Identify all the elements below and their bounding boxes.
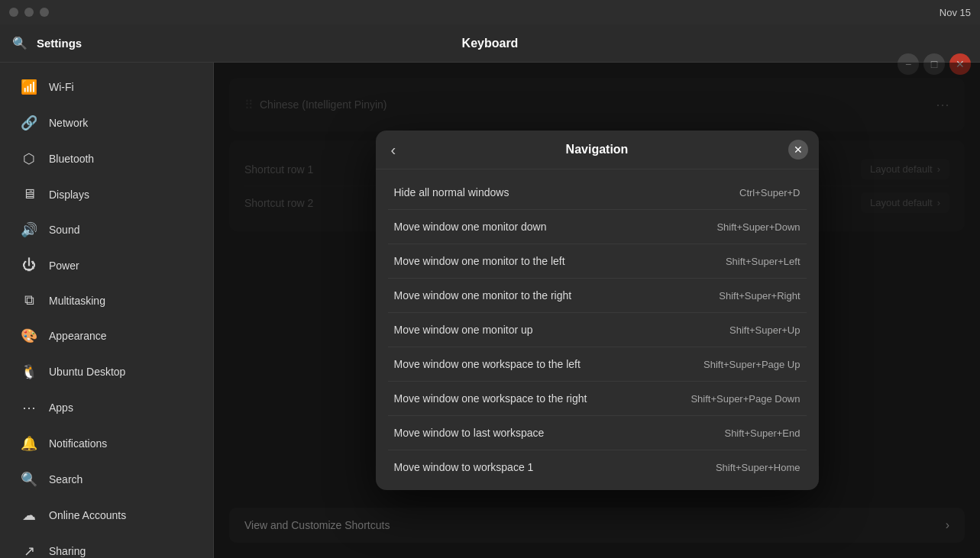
notifications-icon: 🔔 <box>20 435 38 452</box>
nav-item-label-5: Move window one workspace to the left <box>394 358 581 370</box>
online-accounts-icon: ☁ <box>20 507 38 524</box>
nav-item-label-7: Move window to last workspace <box>394 427 545 439</box>
nav-dialog-item-2[interactable]: Move window one monitor to the leftShift… <box>388 244 807 279</box>
header-left: 🔍 Settings <box>9 33 82 53</box>
dialog-close-button[interactable]: ✕ <box>788 140 808 160</box>
sidebar-item-network[interactable]: 🔗Network <box>5 105 209 140</box>
sidebar-label-power: Power <box>49 260 79 272</box>
sidebar-label-notifications: Notifications <box>49 437 107 450</box>
search-icon: 🔍 <box>20 471 38 488</box>
ubuntu-desktop-icon: 🐧 <box>20 363 38 380</box>
sidebar-label-search: Search <box>49 473 82 485</box>
nav-item-label-0: Hide all normal windows <box>394 186 509 198</box>
sidebar-label-wifi: Wi-Fi <box>49 81 74 93</box>
bluetooth-icon: ⬡ <box>20 150 38 167</box>
dialog-title: Navigation <box>566 143 629 156</box>
sidebar-item-displays[interactable]: 🖥Displays <box>5 177 209 211</box>
nav-item-label-4: Move window one monitor up <box>394 324 533 336</box>
sound-icon: 🔊 <box>20 221 38 238</box>
content-area: ⠿ Chinese (Intelligent Pinyin) ⋯ Shortcu… <box>214 63 980 558</box>
network-icon: 🔗 <box>20 115 38 131</box>
sidebar-items-list: 📶Wi-Fi🔗Network⬡Bluetooth🖥Displays🔊Sound⏻… <box>0 69 213 558</box>
sidebar-item-search[interactable]: 🔍Search <box>5 462 209 497</box>
nav-dialog-item-3[interactable]: Move window one monitor to the rightShif… <box>388 279 807 313</box>
sidebar-item-bluetooth[interactable]: ⬡Bluetooth <box>5 141 209 176</box>
sidebar-item-wifi[interactable]: 📶Wi-Fi <box>5 69 209 105</box>
sidebar-label-multitasking: Multitasking <box>49 295 105 307</box>
titlebar-datetime: Nov 15 <box>940 7 971 18</box>
titlebar: Nov 15 <box>0 0 980 24</box>
header-bar: 🔍 Settings Keyboard <box>0 24 980 63</box>
apps-icon: ⋯ <box>20 399 38 416</box>
sidebar-item-online-accounts[interactable]: ☁Online Accounts <box>5 498 209 533</box>
nav-item-label-2: Move window one monitor to the left <box>394 255 565 267</box>
sidebar-item-power[interactable]: ⏻Power <box>5 248 209 282</box>
sidebar-label-displays: Displays <box>49 189 89 201</box>
nav-item-label-1: Move window one monitor down <box>394 221 547 233</box>
nav-dialog-item-0[interactable]: Hide all normal windowsCtrl+Super+D <box>388 176 807 210</box>
sidebar-label-network: Network <box>49 117 88 129</box>
settings-window: − □ ✕ 🔍 Settings Keyboard 📶Wi-Fi🔗Network… <box>0 24 980 558</box>
displays-icon: 🖥 <box>20 186 38 202</box>
dialog-overlay: ‹ Navigation ✕ Hide all normal windowsCt… <box>214 63 980 558</box>
sidebar-item-notifications[interactable]: 🔔Notifications <box>5 426 209 461</box>
sidebar-label-appearance: Appearance <box>49 330 107 342</box>
nav-item-shortcut-8: Shift+Super+Home <box>716 462 800 473</box>
sidebar-label-online-accounts: Online Accounts <box>49 509 126 521</box>
nav-item-shortcut-1: Shift+Super+Down <box>716 221 800 233</box>
sidebar-label-apps: Apps <box>49 402 73 414</box>
sidebar-item-sound[interactable]: 🔊Sound <box>5 212 209 247</box>
titlebar-dot-1 <box>9 8 18 17</box>
nav-item-shortcut-6: Shift+Super+Page Down <box>691 393 800 405</box>
nav-item-shortcut-7: Shift+Super+End <box>724 427 800 439</box>
nav-item-shortcut-2: Shift+Super+Left <box>726 256 800 267</box>
sidebar-item-appearance[interactable]: 🎨Appearance <box>5 318 209 353</box>
sidebar-item-multitasking[interactable]: ⧉Multitasking <box>5 283 209 318</box>
nav-item-shortcut-3: Shift+Super+Right <box>719 290 800 302</box>
wifi-icon: 📶 <box>20 79 38 95</box>
nav-item-label-8: Move window to workspace 1 <box>394 461 534 473</box>
titlebar-dot-2 <box>24 8 34 17</box>
nav-item-shortcut-5: Shift+Super+Page Up <box>703 359 800 370</box>
dialog-back-button[interactable]: ‹ <box>387 140 401 160</box>
sidebar: 📶Wi-Fi🔗Network⬡Bluetooth🖥Displays🔊Sound⏻… <box>0 63 214 558</box>
navigation-dialog: ‹ Navigation ✕ Hide all normal windowsCt… <box>376 131 819 490</box>
nav-item-shortcut-4: Shift+Super+Up <box>729 324 800 336</box>
dialog-body: Hide all normal windowsCtrl+Super+DMove … <box>376 169 819 490</box>
nav-dialog-item-6[interactable]: Move window one workspace to the rightSh… <box>388 382 807 416</box>
nav-item-shortcut-0: Ctrl+Super+D <box>739 187 800 198</box>
nav-dialog-item-5[interactable]: Move window one workspace to the leftShi… <box>388 347 807 382</box>
main-content: 📶Wi-Fi🔗Network⬡Bluetooth🖥Displays🔊Sound⏻… <box>0 63 980 558</box>
sidebar-item-sharing[interactable]: ↗Sharing <box>5 534 209 558</box>
sidebar-item-apps[interactable]: ⋯Apps <box>5 390 209 425</box>
sidebar-label-ubuntu-desktop: Ubuntu Desktop <box>49 366 125 378</box>
nav-dialog-item-8[interactable]: Move window to workspace 1Shift+Super+Ho… <box>388 450 807 484</box>
sidebar-item-ubuntu-desktop[interactable]: 🐧Ubuntu Desktop <box>5 354 209 389</box>
sidebar-title-header: Settings <box>37 37 82 50</box>
search-icon-button[interactable]: 🔍 <box>9 33 31 53</box>
nav-item-label-6: Move window one workspace to the right <box>394 392 587 405</box>
sharing-icon: ↗ <box>20 543 38 558</box>
multitasking-icon: ⧉ <box>20 292 38 308</box>
appearance-icon: 🎨 <box>20 327 38 344</box>
keyboard-title: Keyboard <box>462 37 519 50</box>
nav-dialog-item-1[interactable]: Move window one monitor downShift+Super+… <box>388 210 807 244</box>
titlebar-dot-3 <box>40 8 49 17</box>
sidebar-label-bluetooth: Bluetooth <box>49 153 94 165</box>
power-icon: ⏻ <box>20 257 38 273</box>
nav-item-label-3: Move window one monitor to the right <box>394 289 572 302</box>
sidebar-label-sharing: Sharing <box>49 545 86 557</box>
nav-dialog-item-4[interactable]: Move window one monitor upShift+Super+Up <box>388 313 807 347</box>
nav-dialog-item-7[interactable]: Move window to last workspaceShift+Super… <box>388 416 807 450</box>
dialog-header: ‹ Navigation ✕ <box>376 131 819 169</box>
titlebar-left <box>9 8 49 17</box>
sidebar-label-sound: Sound <box>49 224 79 236</box>
